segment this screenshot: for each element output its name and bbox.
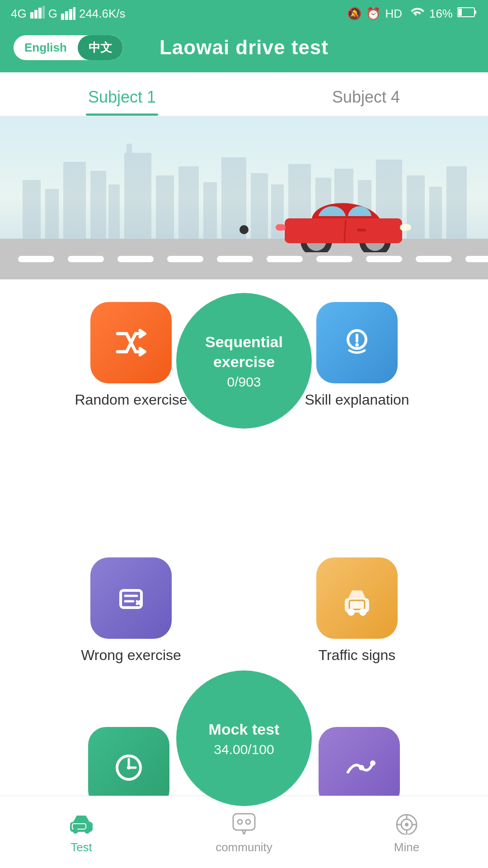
wrong-exercise-item[interactable]: Wrong exercise (18, 557, 244, 664)
sequential-exercise-circle[interactable]: Sequential exercise 0/903 (176, 293, 312, 429)
svg-point-60 (73, 828, 78, 834)
sequential-exercise-title: Sequential exercise (176, 332, 312, 372)
traffic-signs-icon-box (316, 557, 398, 639)
lang-english[interactable]: English (14, 36, 78, 59)
svg-rect-2 (38, 8, 42, 19)
svg-rect-12 (45, 189, 59, 243)
svg-point-42 (355, 343, 359, 347)
grid-row-2: Wrong exercise Traffic signs Mock test 3… (18, 499, 470, 664)
connection-type: G (48, 7, 57, 21)
svg-rect-18 (156, 175, 174, 243)
svg-rect-16 (124, 153, 151, 243)
nav-community[interactable]: community (163, 802, 325, 862)
svg-point-51 (359, 609, 366, 616)
subject-tabs: Subject 1 Subject 4 (0, 72, 488, 117)
alarm-icon: ⏰ (366, 7, 380, 21)
traffic-signs-label: Traffic signs (319, 647, 396, 664)
mock-test-circle[interactable]: Mock test 34.00/100 (176, 670, 312, 806)
svg-rect-1 (34, 10, 38, 19)
svg-rect-6 (69, 9, 72, 20)
app-header: English 中文 Laowai drive test (0, 27, 488, 72)
svg-rect-38 (276, 224, 286, 231)
speed: 244.6K/s (79, 7, 126, 21)
svg-rect-13 (63, 162, 86, 243)
nav-test-label: Test (70, 840, 92, 854)
svg-rect-3 (42, 6, 45, 19)
road-dashes (0, 256, 488, 262)
svg-point-61 (84, 828, 90, 834)
test-nav-icon (68, 810, 95, 837)
app-title: Laowai drive test (160, 36, 328, 59)
svg-rect-20 (203, 182, 217, 243)
status-bar: 4G G 244.6K/s 🔕 ⏰ HD 16% (0, 0, 488, 27)
car-illustration (271, 171, 416, 252)
svg-rect-5 (65, 11, 68, 20)
battery-percent: 16% (429, 7, 453, 21)
wrong-exercise-icon-box (90, 557, 172, 639)
traffic-signs-item[interactable]: Traffic signs (244, 557, 470, 664)
signal-bars (30, 6, 45, 22)
svg-rect-36 (285, 218, 402, 243)
status-network: 4G G 244.6K/s (11, 6, 126, 22)
grid-row-1: Random exercise Skill explanation Sequen… (18, 302, 470, 499)
wifi-icon (407, 6, 425, 22)
svg-rect-0 (30, 12, 33, 19)
svg-point-50 (347, 609, 355, 616)
svg-point-63 (238, 820, 242, 824)
svg-point-64 (246, 820, 250, 824)
svg-rect-4 (61, 14, 64, 20)
hd-label: HD (385, 7, 402, 21)
sequential-exercise-progress: 0/903 (227, 374, 261, 390)
svg-rect-10 (474, 10, 476, 14)
svg-rect-43 (121, 590, 141, 608)
banner-indicator (239, 225, 249, 234)
nav-mine-label: Mine (394, 840, 419, 854)
main-content: Random exercise Skill explanation Sequen… (0, 279, 488, 851)
mock-test-title: Mock test (209, 719, 280, 739)
svg-rect-15 (108, 184, 120, 243)
nav-community-label: community (216, 840, 272, 854)
svg-rect-7 (73, 7, 75, 20)
skill-explanation-icon-box (316, 302, 398, 383)
svg-rect-9 (458, 9, 462, 16)
network-label: 4G (11, 7, 27, 21)
status-right: 🔕 ⏰ HD 16% (347, 6, 477, 22)
svg-rect-11 (23, 180, 41, 243)
mute-icon: 🔕 (347, 7, 361, 21)
random-exercise-icon-box (90, 302, 172, 383)
svg-rect-22 (251, 173, 268, 243)
banner-image (0, 117, 488, 279)
svg-rect-40 (357, 229, 366, 231)
svg-rect-31 (446, 166, 467, 243)
nav-mine[interactable]: Mine (325, 802, 488, 862)
lang-chinese[interactable]: 中文 (78, 35, 123, 60)
language-toggle[interactable]: English 中文 (14, 35, 123, 60)
tab-subject4[interactable]: Subject 4 (244, 72, 488, 116)
svg-rect-62 (233, 814, 255, 830)
random-exercise-label: Random exercise (75, 392, 188, 408)
svg-point-56 (359, 765, 364, 770)
svg-point-69 (405, 823, 408, 826)
svg-point-57 (370, 760, 375, 766)
community-nav-icon (230, 810, 258, 837)
svg-rect-19 (178, 166, 199, 243)
nav-test[interactable]: Test (0, 802, 163, 862)
svg-rect-37 (400, 224, 411, 231)
svg-rect-14 (90, 171, 106, 243)
bottom-navigation: Test community Mine (0, 796, 488, 868)
tab-subject1[interactable]: Subject 1 (0, 72, 244, 116)
mine-nav-icon (393, 810, 420, 837)
mock-test-score: 34.00/100 (214, 742, 274, 757)
battery-icon (457, 7, 477, 21)
wrong-exercise-label: Wrong exercise (81, 647, 181, 664)
svg-rect-17 (127, 144, 132, 157)
svg-rect-30 (429, 187, 442, 243)
skill-explanation-label: Skill explanation (305, 392, 409, 408)
